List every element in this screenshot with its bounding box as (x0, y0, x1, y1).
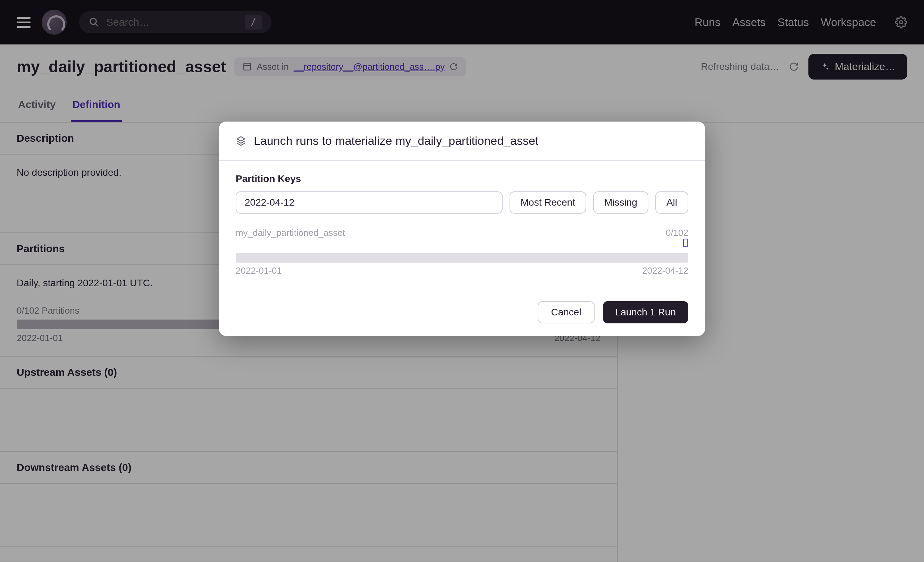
partition-key-input[interactable] (236, 191, 502, 213)
modal-range: 2022-01-01 2022-04-12 (236, 265, 688, 276)
launch-run-button[interactable]: Launch 1 Run (603, 301, 688, 323)
launch-runs-modal: Launch runs to materialize my_daily_part… (219, 122, 705, 336)
modal-asset-info-row: my_daily_partitioned_asset 0/102 (236, 227, 688, 238)
modal-title: Launch runs to materialize my_daily_part… (254, 134, 538, 147)
modal-range-end: 2022-04-12 (642, 265, 688, 276)
modal-body: Partition Keys Most Recent Missing All m… (219, 161, 705, 289)
selection-marker-icon: ⌷ (682, 237, 688, 248)
modal-partitions-bar[interactable] (236, 253, 688, 263)
modal-range-start: 2022-01-01 (236, 265, 282, 276)
all-button[interactable]: All (656, 191, 688, 213)
missing-button[interactable]: Missing (593, 191, 648, 213)
modal-selector-wrap: ⌷ (236, 238, 688, 251)
modal-footer: Cancel Launch 1 Run (219, 289, 705, 336)
most-recent-button[interactable]: Most Recent (510, 191, 586, 213)
modal-asset-name: my_daily_partitioned_asset (236, 227, 345, 238)
partition-input-row: Most Recent Missing All (236, 191, 688, 213)
cancel-button[interactable]: Cancel (538, 301, 594, 323)
modal-header: Launch runs to materialize my_daily_part… (219, 122, 705, 161)
partition-keys-label: Partition Keys (236, 173, 688, 185)
layers-icon (236, 136, 246, 146)
